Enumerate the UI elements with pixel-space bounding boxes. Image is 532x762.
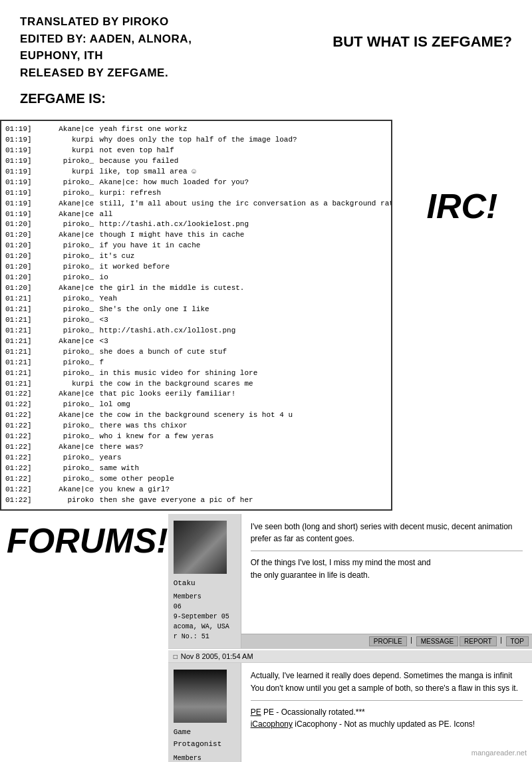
chat-time: 01:20] [5,241,35,251]
chat-message: it's cuz [95,251,387,262]
chat-line: 01:19]Akane|ce yeah first one workz [5,124,387,135]
chat-user: kurpi [35,167,95,178]
header-left: TRANSLATED BY PIROKO EDITED BY: AADEN, A… [20,13,192,81]
message-button[interactable]: MESSAGE [416,636,458,646]
chat-line: 01:22]piroko_ years [5,453,387,463]
forums-wrapper: Otaku Members 06 9-September 05 acoma, W… [168,514,532,762]
post-rank-1: Otaku [174,578,235,590]
chat-time: 01:21] [5,315,35,326]
chat-message: kurpi: refresh [95,188,387,199]
chat-user: piroko_ [35,463,95,474]
chat-time: 01:20] [5,251,35,262]
chat-user: piroko_ [35,305,95,315]
chat-line: 01:22]Akane|ce that pic looks eerily fam… [5,389,387,400]
chat-user: piroko_ [35,241,95,251]
credit-line3: EUPHONY, ITH [20,47,192,64]
ic-note: iCacophony iCacophony - Not as muchly up… [251,718,523,731]
post-quote2-1: the only guarantee in life is death. [251,569,523,582]
chat-time: 01:19] [5,209,35,220]
avatar-image-2 [174,670,227,723]
chat-user: piroko_ [35,400,95,410]
chat-line: 01:19]kurpi like, top small area ☺ [5,167,387,178]
chat-time: 01:19] [5,188,35,199]
chat-message: though I might have this in cache [95,230,387,241]
chat-time: 01:19] [5,167,35,178]
chat-message: still, I'm all about using the irc conve… [95,199,392,209]
chat-time: 01:21] [5,326,35,336]
post-location-1: acoma, WA, USA [174,622,235,632]
chat-user: kurpi [35,146,95,156]
chat-user: piroko [35,495,95,506]
chat-time: 01:20] [5,262,35,273]
header-right: BUT WHAT IS ZEFGAME? [332,13,512,51]
chat-user: piroko_ [35,358,95,368]
chat-message: yeah first one workz [95,124,387,135]
chat-message: http://tashi.ath.cx/lookielost.png [95,219,387,230]
post-number-1: r No.: 51 [174,632,235,642]
chat-user: piroko_ [35,156,95,167]
chat-user: piroko_ [35,262,95,273]
chat-user: piroko_ [35,453,95,463]
report-button[interactable]: REPORT [460,636,497,646]
post-content-2: Actually, I've learned it really does de… [241,663,532,762]
chat-line: 01:22]piroko_ who i knew for a few yeras [5,432,387,442]
chat-message: not even top half [95,146,387,156]
chat-time: 01:22] [5,389,35,400]
chat-message: same with [95,463,387,474]
chat-user: piroko_ [35,294,95,305]
chat-line: 01:19]Akane|ce still, I'm all about usin… [5,199,387,209]
chat-line: 01:21]piroko_ She's the only one I like [5,305,387,315]
chat-user: piroko_ [35,188,95,199]
credit-line1: TRANSLATED BY PIROKO [20,13,192,31]
chat-user: Akane|ce [35,410,95,421]
post-buttons-1: PROFILE | MESSAGE REPORT | TOP [241,634,532,648]
chat-line: 01:22]piroko_ lol omg [5,400,387,410]
chat-line: 01:21]piroko_ <3 [5,315,387,326]
chat-message: it worked before [95,262,387,273]
chat-time: 01:22] [5,495,35,506]
credit-line2: EDITED BY: AADEN, ALNORA, [20,31,192,48]
chat-line: 01:19]kurpi not even top half [5,146,387,156]
chat-user: piroko_ [35,347,95,358]
chat-line: 01:20]piroko_ http://tashi.ath.cx/lookie… [5,219,387,230]
chat-line: 01:21]piroko_ in this music video for sh… [5,368,387,379]
chat-message: years [95,453,387,463]
chat-user: piroko_ [35,219,95,230]
chat-message: that pic looks eerily familiar! [95,389,387,400]
chat-line: 01:19]piroko_ Akane|ce: how much loaded … [5,178,387,188]
post-content-1: I've seen both (long and short) series w… [241,514,532,634]
chat-user: piroko_ [35,315,95,326]
chat-user: Akane|ce [35,389,95,400]
chat-line: 01:19]Akane|ce all [5,209,387,220]
chat-line: 01:20]piroko_ io [5,273,387,283]
chat-line: 01:21]piroko_ f [5,358,387,368]
post-join-1: 06 [174,602,235,612]
chat-user: Akane|ce [35,485,95,495]
chat-time: 01:19] [5,178,35,188]
chat-user: kurpi [35,379,95,390]
chat-time: 01:20] [5,230,35,241]
chat-message: lol omg [95,400,387,410]
chat-message: who i knew for a few yeras [95,432,387,442]
pe-text: PE - Ocassionally rotated.*** [263,707,365,717]
chat-time: 01:22] [5,442,35,453]
chat-line: 01:20]piroko_ it worked before [5,262,387,273]
chat-time: 01:21] [5,336,35,347]
chat-time: 01:21] [5,347,35,358]
chat-user: Akane|ce [35,442,95,453]
top-button[interactable]: TOP [506,636,529,646]
chat-time: 01:22] [5,485,35,495]
chat-message: if you have it in cache [95,241,387,251]
chat-message: the cow in the background scenery is hot… [95,410,387,421]
avatar-1 [174,521,227,574]
header: TRANSLATED BY PIROKO EDITED BY: AADEN, A… [0,0,532,88]
profile-button[interactable]: PROFILE [369,636,407,646]
chat-line: 01:20]Akane|ce the girl in the middle is… [5,283,387,294]
chat-line: 01:20]piroko_ if you have it in cache [5,241,387,251]
chat-message: in this music video for shining lore [95,368,387,379]
chat-user: Akane|ce [35,199,95,209]
chat-message: like, top small area ☺ [95,167,387,178]
chat-message: some other people [95,474,387,485]
post-text-2: Actually, I've learned it really does de… [251,670,523,694]
chat-line: 01:21]piroko_ Yeah [5,294,387,305]
